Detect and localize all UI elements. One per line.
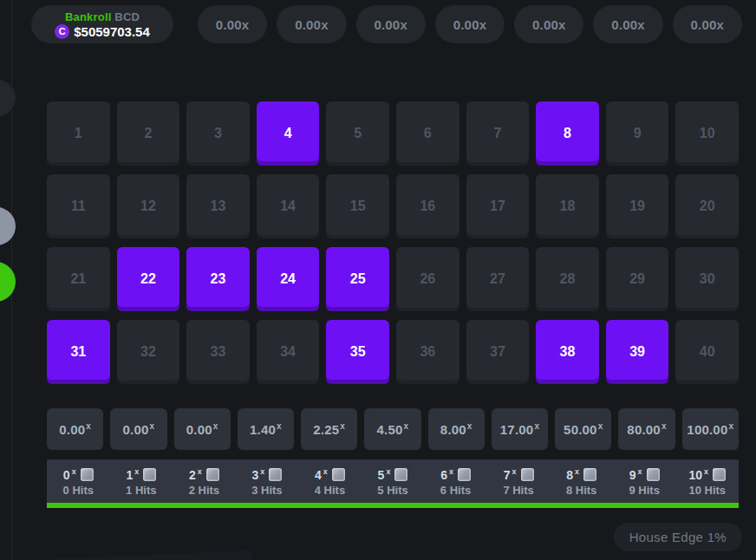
number-tile-10[interactable]: 10 — [675, 101, 739, 166]
number-tile-25[interactable]: 25 — [326, 247, 389, 311]
hit-mult-suffix: x — [323, 467, 328, 476]
number-tile-23[interactable]: 23 — [186, 247, 250, 311]
edge-avatar-circle — [0, 207, 16, 245]
keno-game-screen: Bankroll BCD C $5059703.54 0.00x0.00x0.0… — [0, 0, 756, 560]
multiplier-suffix: x — [277, 421, 282, 431]
gem-icon — [521, 468, 534, 481]
multiplier-suffix: x — [534, 421, 539, 431]
number-tile-3[interactable]: 3 — [186, 101, 250, 166]
number-tile-40[interactable]: 40 — [675, 320, 739, 384]
number-tile-22[interactable]: 22 — [117, 247, 180, 311]
number-tile-2[interactable]: 2 — [117, 101, 180, 166]
gem-icon — [143, 468, 156, 481]
multiplier-box-7: 17.00x — [492, 408, 548, 450]
number-tile-13[interactable]: 13 — [186, 174, 250, 238]
number-tile-27[interactable]: 27 — [466, 247, 530, 311]
bankroll-display: Bankroll BCD C $5059703.54 — [31, 5, 173, 43]
number-tile-7[interactable]: 7 — [466, 101, 530, 166]
number-tile-15[interactable]: 15 — [326, 174, 389, 238]
number-tile-11[interactable]: 11 — [47, 174, 110, 238]
multiplier-box-10: 100.00x — [682, 408, 739, 450]
hit-mult-value: 5 — [378, 468, 385, 482]
number-tile-1[interactable]: 1 — [47, 101, 110, 166]
number-tile-32[interactable]: 32 — [117, 320, 180, 384]
recent-result-pill-4: 0.00x — [514, 5, 583, 43]
recent-result-pill-3: 0.00x — [435, 5, 505, 43]
number-tile-30[interactable]: 30 — [675, 247, 739, 311]
number-tile-20[interactable]: 20 — [675, 174, 739, 238]
number-tile-9[interactable]: 9 — [606, 101, 669, 166]
hit-mult-value: 1 — [126, 468, 133, 482]
hit-multiplier: 9x — [629, 468, 660, 482]
multiplier-suffix: x — [467, 421, 472, 431]
hits-row: 0x0 Hits1x1 Hits2x2 Hits3x3 Hits4x4 Hits… — [47, 459, 739, 503]
number-tile-31[interactable]: 31 — [47, 320, 110, 384]
number-tile-8[interactable]: 8 — [536, 101, 599, 166]
hit-count-label: 7 Hits — [503, 484, 533, 497]
number-tile-35[interactable]: 35 — [326, 320, 389, 384]
hit-count-label: 2 Hits — [189, 484, 219, 497]
hit-mult-suffix: x — [260, 467, 264, 476]
hit-item-3: 3x3 Hits — [236, 459, 299, 503]
multiplier-box-6: 8.00x — [428, 408, 485, 450]
hit-multiplier: 4x — [315, 468, 345, 482]
number-tile-38[interactable]: 38 — [536, 320, 599, 384]
number-tile-14[interactable]: 14 — [257, 174, 320, 238]
edge-online-circle — [0, 262, 16, 302]
number-tile-12[interactable]: 12 — [117, 174, 180, 238]
hit-item-5: 5x5 Hits — [362, 459, 425, 503]
bankroll-currency: BCD — [114, 10, 140, 23]
multiplier-suffix: x — [728, 421, 733, 431]
number-tile-18[interactable]: 18 — [536, 174, 599, 238]
hit-multiplier: 6x — [440, 468, 471, 482]
number-tile-17[interactable]: 17 — [466, 174, 530, 238]
number-tile-36[interactable]: 36 — [396, 320, 459, 384]
number-tile-34[interactable]: 34 — [257, 320, 320, 384]
multiplier-value: 50.00 — [564, 422, 597, 437]
multiplier-value: 0.00 — [186, 422, 212, 437]
multiplier-suffix: x — [662, 421, 667, 431]
number-tile-24[interactable]: 24 — [257, 247, 320, 311]
multiplier-box-5: 4.50x — [364, 408, 420, 450]
multiplier-box-0: 0.00x — [47, 408, 103, 450]
gem-icon — [458, 468, 471, 481]
gem-icon — [647, 468, 660, 481]
multiplier-box-1: 0.00x — [110, 408, 166, 450]
multiplier-suffix: x — [404, 421, 409, 431]
number-tile-28[interactable]: 28 — [536, 247, 599, 311]
number-tile-39[interactable]: 39 — [606, 320, 669, 384]
gem-icon — [332, 468, 345, 481]
number-tile-5[interactable]: 5 — [326, 101, 389, 166]
hit-mult-suffix: x — [386, 467, 390, 476]
hit-mult-suffix: x — [512, 467, 516, 476]
number-tile-4[interactable]: 4 — [257, 101, 320, 166]
multiplier-box-3: 1.40x — [238, 408, 294, 450]
edge-avatar-circle — [0, 80, 16, 116]
recent-result-pill-1: 0.00x — [277, 5, 346, 43]
hit-multiplier: 10x — [688, 468, 726, 482]
hit-mult-value: 2 — [189, 468, 196, 482]
hit-count-label: 1 Hits — [126, 484, 156, 497]
multiplier-suffix: x — [213, 421, 218, 431]
hit-mult-suffix: x — [72, 467, 76, 476]
background-wedge — [35, 536, 251, 560]
number-tile-26[interactable]: 26 — [396, 247, 459, 311]
multiplier-value: 0.00 — [123, 422, 149, 437]
number-tile-21[interactable]: 21 — [47, 247, 110, 311]
hit-item-8: 8x8 Hits — [550, 459, 613, 503]
multiplier-suffix: x — [340, 421, 345, 431]
number-grid: 1234567891011121314151617181920212223242… — [47, 101, 739, 384]
hit-multiplier: 8x — [566, 468, 596, 482]
number-tile-29[interactable]: 29 — [606, 247, 669, 311]
number-tile-37[interactable]: 37 — [466, 320, 530, 384]
hits-panel: 0x0 Hits1x1 Hits2x2 Hits3x3 Hits4x4 Hits… — [47, 459, 739, 508]
number-tile-19[interactable]: 19 — [606, 174, 669, 238]
hit-multiplier: 2x — [189, 468, 219, 482]
multiplier-row: 0.00x0.00x0.00x1.40x2.25x4.50x8.00x17.00… — [47, 408, 739, 450]
hit-mult-suffix: x — [198, 467, 202, 476]
hit-mult-suffix: x — [134, 467, 139, 476]
number-tile-33[interactable]: 33 — [186, 320, 250, 384]
number-tile-16[interactable]: 16 — [396, 174, 459, 238]
gem-icon — [713, 468, 726, 481]
number-tile-6[interactable]: 6 — [396, 101, 459, 166]
